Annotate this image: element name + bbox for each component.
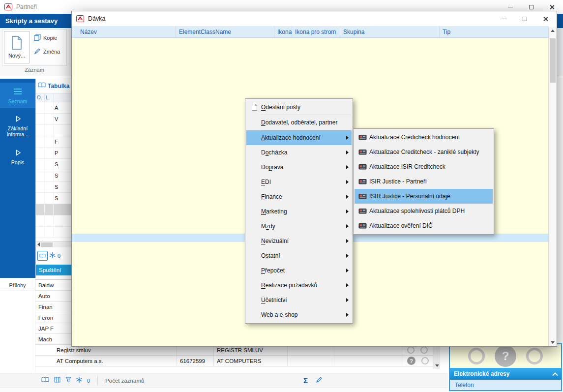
close-button[interactable] — [535, 11, 556, 26]
mini-table-row[interactable]: S — [36, 159, 71, 170]
scroll-down-icon[interactable] — [433, 362, 440, 369]
sum-icon[interactable]: Σ — [303, 376, 308, 385]
funnel-icon[interactable] — [65, 377, 71, 384]
mini-table-row[interactable]: P — [36, 148, 71, 159]
menu-item-3[interactable]: Docházka — [246, 145, 352, 160]
close-icon — [549, 4, 555, 10]
scrollbar-thumb[interactable] — [550, 38, 556, 83]
menu-item-5[interactable]: EDI — [246, 175, 352, 189]
partner-row[interactable]: AT Computers a.s.61672599AT COMPUTERS? — [35, 356, 440, 366]
mini-cell — [54, 227, 71, 238]
grid-filter-icon[interactable] — [54, 377, 60, 384]
batch-column-header[interactable]: Ikona — [274, 26, 292, 37]
mini-table-row[interactable] — [36, 204, 71, 215]
batch-column-header[interactable]: Název — [72, 26, 176, 37]
menu-item-9[interactable]: Nevizuální — [246, 234, 352, 248]
mini-table-row[interactable]: S — [36, 170, 71, 181]
sidebar-item-seznam[interactable]: Seznam — [0, 83, 35, 108]
maximize-button[interactable] — [514, 11, 535, 26]
menu-item-6[interactable]: Finance — [246, 189, 352, 204]
menu-item-2[interactable]: Aktualizace ISIR Creditcheck — [355, 159, 493, 174]
sidebar-item-zakladni-informace[interactable]: Základní informa... — [0, 111, 35, 142]
mini-cell — [36, 125, 45, 136]
run-button-label: Spuštění — [39, 267, 61, 273]
menu-item-label: Odeslání pošty — [261, 104, 344, 111]
snowflake-icon[interactable] — [50, 252, 56, 260]
menu-item-13[interactable]: Účetnictví — [246, 293, 352, 307]
mini-table-row[interactable]: A — [36, 102, 71, 114]
book-button[interactable] — [37, 251, 48, 261]
menu-item-label: Web a e-shop — [261, 311, 344, 318]
mini-column-header[interactable]: L. — [45, 93, 54, 102]
mini-table-row[interactable] — [36, 125, 71, 136]
book-icon[interactable] — [41, 377, 49, 384]
menu-item-0[interactable]: Aktualizace Credicheck hodnocení — [355, 130, 493, 145]
batch-vscrollbar[interactable] — [548, 27, 557, 346]
mini-cell — [36, 193, 45, 204]
maximize-icon — [523, 17, 527, 21]
list-icon — [14, 87, 22, 96]
new-button[interactable]: Nový... — [4, 31, 30, 63]
batch-titlebar[interactable]: Dávka — [72, 11, 557, 26]
submenu-arrow-icon — [344, 195, 350, 199]
batch-column-header[interactable]: Tip — [440, 26, 548, 37]
mini-table-row[interactable]: F — [36, 136, 71, 148]
batch-column-header[interactable]: ElementClassName — [176, 26, 274, 37]
copy-button[interactable]: Kopie — [32, 32, 65, 44]
menu-item-label: ISIR Justice - Partneři — [369, 178, 485, 185]
separator — [97, 376, 98, 385]
batch-column-header[interactable]: Skupina — [340, 26, 440, 37]
menu-item-1[interactable]: Aktualizace Creditcheck - zaniklé subjek… — [355, 145, 493, 159]
menu-item-4[interactable]: Doprava — [246, 160, 352, 175]
ring-icon — [407, 346, 415, 354]
scroll-down-icon[interactable] — [549, 338, 557, 346]
scrollbar-thumb[interactable] — [41, 242, 53, 247]
change-button[interactable]: Změna — [32, 46, 65, 58]
minimize-button[interactable] — [494, 11, 514, 26]
menu-item-4[interactable]: ISIR Justice - Personální údaje — [355, 189, 493, 204]
snowflake-icon[interactable] — [76, 377, 82, 384]
menu-item-1[interactable]: Dodavatel, odběratel, partner — [246, 115, 352, 130]
ribbon-tab-scripts[interactable]: Skripty a sestavy — [0, 17, 63, 25]
menu-item-6[interactable]: Aktualizace ověření DIČ — [355, 218, 493, 233]
scroll-up-icon[interactable] — [549, 27, 557, 34]
batch-icon — [356, 178, 369, 185]
edit-pencil-icon[interactable] — [316, 376, 323, 385]
menu-item-7[interactable]: Marketing — [246, 204, 352, 219]
menu-item-10[interactable]: Ostatní — [246, 248, 352, 263]
mini-column-header[interactable] — [54, 93, 71, 102]
tab-tabulka[interactable]: Tabulka — [36, 79, 71, 93]
batch-column-header[interactable]: Ikona pro strom — [292, 26, 340, 37]
batch-icon — [356, 163, 369, 170]
menu-item-label: Nevizuální — [261, 238, 344, 244]
run-button[interactable]: Spuštění — [36, 265, 71, 275]
mini-table-row[interactable] — [36, 227, 71, 238]
attachments-header[interactable]: Přílohy — [0, 279, 35, 291]
mini-table-row[interactable] — [36, 215, 71, 227]
menu-item-12[interactable]: Realizace požadavků — [246, 278, 352, 293]
menu-item-0[interactable]: Odeslání pošty — [246, 100, 352, 115]
electronic-addresses-header[interactable]: Elektronické adresy — [450, 368, 561, 380]
mini-cell — [36, 136, 45, 147]
new-button-label: Nový... — [8, 53, 25, 59]
menu-item-3[interactable]: ISIR Justice - Partneři — [355, 174, 493, 189]
menu-item-label: Docházka — [261, 149, 344, 156]
menu-item-14[interactable]: Web a e-shop — [246, 307, 352, 322]
book-icon — [38, 82, 46, 90]
menu-item-11[interactable]: Přepočet — [246, 263, 352, 278]
sidebar-item-popis[interactable]: Popis — [0, 145, 35, 170]
menu-item-8[interactable]: Mzdy — [246, 219, 352, 234]
menu-item-label: Mzdy — [261, 223, 344, 230]
mini-column-header[interactable]: O. — [36, 93, 45, 102]
mini-table-row[interactable]: V — [36, 114, 71, 125]
question-icon: ? — [407, 357, 415, 365]
menu-item-2[interactable]: Aktualizace hodnocení — [246, 130, 352, 145]
telefon-row[interactable]: Telefon — [450, 380, 561, 390]
mini-table-row[interactable]: S — [36, 181, 71, 193]
mini-hscrollbar[interactable] — [36, 241, 71, 247]
play-outline-icon — [15, 150, 21, 157]
mini-cell — [45, 136, 54, 147]
menu-item-label: Přepočet — [261, 267, 344, 274]
mini-table-row[interactable]: S — [36, 193, 71, 204]
menu-item-5[interactable]: Aktualizace spolehlivosti plátců DPH — [355, 204, 493, 218]
